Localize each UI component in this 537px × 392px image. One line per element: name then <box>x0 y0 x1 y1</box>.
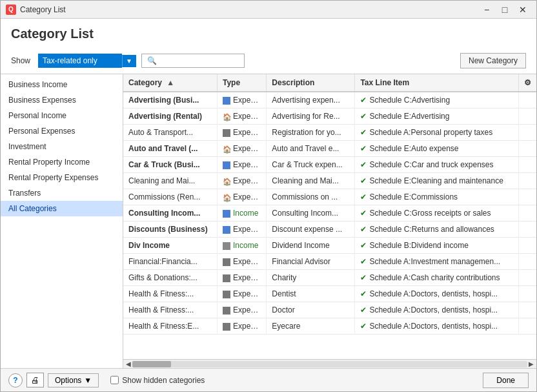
sidebar-item-all-categories[interactable]: All Categories <box>1 201 123 216</box>
done-button[interactable]: Done <box>483 373 529 388</box>
table-row[interactable]: Auto & Transport...ExpenseRegistration f… <box>123 125 536 141</box>
search-input[interactable] <box>159 56 239 65</box>
check-circle-icon: ✔ <box>360 241 367 250</box>
app-icon: Q <box>6 5 16 15</box>
table-row[interactable]: Div IncomeIncomeDividend Income✔Schedule… <box>123 238 536 254</box>
schedule-e-icon: 🏠 <box>223 113 230 121</box>
print-button[interactable]: 🖨 <box>26 373 44 387</box>
maximize-button[interactable]: □ <box>496 3 513 16</box>
table-header-row: Category ▲ Type Description Tax Line Ite… <box>123 74 536 92</box>
table-row[interactable]: Advertising (Busi...ExpenseAdvertising e… <box>123 92 536 108</box>
sidebar-item-business-income[interactable]: Business Income <box>1 77 123 92</box>
table-row[interactable]: Health & Fitness:E...ExpenseEyecare✔Sche… <box>123 318 536 335</box>
cell-tax-line: ✔Schedule A:Doctors, dentists, hospi... <box>355 286 519 302</box>
check-circle-icon: ✔ <box>360 305 367 315</box>
table-row[interactable]: Financial:Financia...ExpenseFinancial Ad… <box>123 254 536 270</box>
cell-description: Registration for yo... <box>267 125 355 141</box>
close-button[interactable]: ✕ <box>514 3 531 16</box>
cell-tax-line: ✔Schedule A:Cash charity contributions <box>355 270 519 286</box>
check-circle-icon: ✔ <box>360 322 367 331</box>
table-row[interactable]: Advertising (Rental)🏠ExpenseAdvertising … <box>123 108 536 125</box>
cell-settings <box>518 318 536 335</box>
sidebar-item-personal-expenses[interactable]: Personal Expenses <box>1 123 123 139</box>
minimize-button[interactable]: − <box>478 3 495 16</box>
show-hidden-checkbox[interactable] <box>110 376 119 384</box>
cell-category: Health & Fitness:... <box>123 286 218 302</box>
schedule-c-icon <box>223 161 230 169</box>
scroll-right-button[interactable]: ▶ <box>527 360 535 367</box>
schedule-a-icon <box>223 291 230 298</box>
cell-type: Expense <box>218 157 267 173</box>
check-circle-icon: ✔ <box>360 273 367 282</box>
cell-settings <box>518 92 536 108</box>
search-box: 🔍 <box>141 54 245 68</box>
cell-category: Advertising (Busi... <box>123 92 218 108</box>
check-circle-icon: ✔ <box>360 289 367 298</box>
sidebar-item-business-expenses[interactable]: Business Expenses <box>1 92 123 108</box>
title-bar: Q Category List − □ ✕ <box>1 1 536 19</box>
table-row[interactable]: Cleaning and Mai...🏠ExpenseCleaning and … <box>123 173 536 189</box>
table-row[interactable]: Auto and Travel (...🏠ExpenseAuto and Tra… <box>123 141 536 157</box>
cell-type: Expense <box>218 125 267 141</box>
new-category-button[interactable]: New Category <box>460 53 526 68</box>
cell-description: Advertising for Re... <box>267 108 355 125</box>
table-row[interactable]: Gifts & Donations:...ExpenseCharity✔Sche… <box>123 270 536 286</box>
cell-tax-line: ✔Schedule C:Car and truck expenses <box>355 157 519 173</box>
cell-settings <box>518 157 536 173</box>
show-select-value[interactable]: Tax-related only <box>38 54 122 68</box>
sidebar-item-transfers[interactable]: Transfers <box>1 185 123 201</box>
cell-settings <box>518 254 536 270</box>
cell-tax-line: ✔Schedule A:Investment managemen... <box>355 254 519 270</box>
options-button[interactable]: Options ▼ <box>48 373 99 387</box>
cell-tax-line: ✔Schedule A:Personal property taxes <box>355 125 519 141</box>
cell-category: Div Income <box>123 238 218 254</box>
cell-description: Financial Advisor <box>267 254 355 270</box>
check-circle-icon: ✔ <box>360 160 367 169</box>
table-row[interactable]: Health & Fitness:...ExpenseDentist✔Sched… <box>123 286 536 302</box>
table-row[interactable]: Health & Fitness:...ExpenseDoctor✔Schedu… <box>123 302 536 318</box>
cell-category: Gifts & Donations:... <box>123 270 218 286</box>
schedule-e-icon: 🏠 <box>223 194 230 201</box>
table-row[interactable]: Consulting Incom...IncomeConsulting Inco… <box>123 205 536 222</box>
help-button[interactable]: ? <box>8 373 23 387</box>
sidebar-item-rental-property-expenses[interactable]: Rental Property Expenses <box>1 170 123 185</box>
cell-settings <box>518 222 536 238</box>
check-circle-icon: ✔ <box>360 112 367 121</box>
cell-description: Discount expense ... <box>267 222 355 238</box>
table-row[interactable]: Discounts (Business)ExpenseDiscount expe… <box>123 222 536 238</box>
cell-category: Auto & Transport... <box>123 125 218 141</box>
scroll-thumb[interactable] <box>132 361 171 367</box>
category-table: Category ▲ Type Description Tax Line Ite… <box>123 74 536 335</box>
horizontal-scrollbar[interactable]: ◀ ▶ <box>123 359 536 368</box>
col-header-tax-line[interactable]: Tax Line Item <box>355 74 519 92</box>
schedule-a-icon <box>223 274 230 282</box>
cell-description: Car & Truck expen... <box>267 157 355 173</box>
schedule-e-icon: 🏠 <box>223 145 230 153</box>
cell-tax-line: ✔Schedule A:Doctors, dentists, hospi... <box>355 318 519 335</box>
table-row[interactable]: Car & Truck (Busi...ExpenseCar & Truck e… <box>123 157 536 173</box>
main-area: Category ▲ Type Description Tax Line Ite… <box>123 74 536 368</box>
col-header-type[interactable]: Type <box>218 74 267 92</box>
cell-description: Charity <box>267 270 355 286</box>
sidebar-item-investment[interactable]: Investment <box>1 139 123 154</box>
dropdown-arrow-icon[interactable]: ▼ <box>122 55 136 67</box>
cell-tax-line: ✔Schedule E:Advertising <box>355 108 519 125</box>
col-header-description[interactable]: Description <box>267 74 355 92</box>
cell-type: Expense <box>218 222 267 238</box>
cell-tax-line: ✔Schedule C:Advertising <box>355 92 519 108</box>
cell-type: Income <box>218 238 267 254</box>
sidebar-item-personal-income[interactable]: Personal Income <box>1 108 123 123</box>
cell-type: 🏠Expense <box>218 108 267 125</box>
status-left: ? 🖨 Options ▼ Show hidden categories <box>8 373 205 387</box>
cell-tax-line: ✔Schedule E:Cleaning and maintenance <box>355 173 519 189</box>
cell-category: Consulting Incom... <box>123 205 218 222</box>
cell-type: 🏠Expense <box>218 189 267 205</box>
cell-settings <box>518 189 536 205</box>
col-header-category[interactable]: Category ▲ <box>123 74 218 92</box>
table-row[interactable]: Commissions (Ren...🏠ExpenseCommissions o… <box>123 189 536 205</box>
col-header-settings[interactable]: ⚙ <box>518 74 536 92</box>
show-dropdown: Tax-related only ▼ <box>38 54 136 68</box>
scroll-left-button[interactable]: ◀ <box>125 360 132 367</box>
sidebar-item-rental-property-income[interactable]: Rental Property Income <box>1 154 123 170</box>
cell-settings <box>518 286 536 302</box>
